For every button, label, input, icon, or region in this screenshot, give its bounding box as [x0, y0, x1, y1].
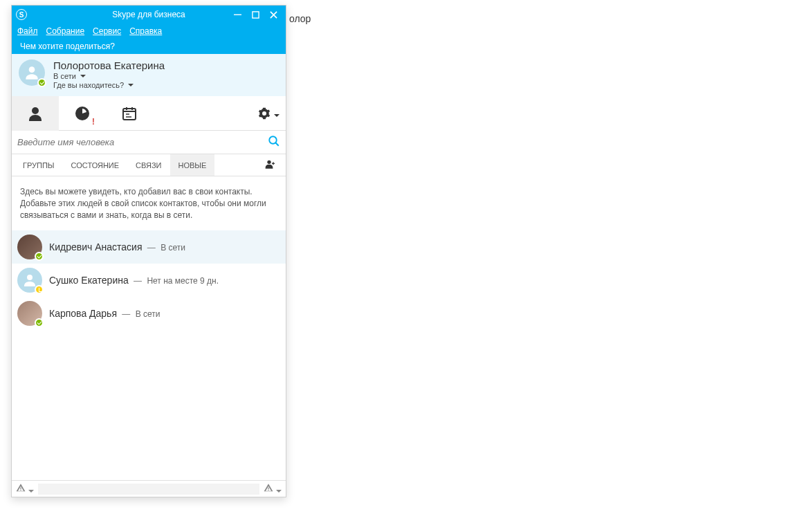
add-contact-button[interactable] — [258, 158, 283, 172]
me-area: Полоротова Екатерина В сети Где вы наход… — [12, 54, 286, 96]
maximize-button[interactable] — [251, 10, 259, 19]
footer-warning-left[interactable] — [16, 483, 34, 495]
contact-avatar — [17, 268, 42, 293]
svg-rect-10 — [20, 489, 21, 490]
share-prompt-bar[interactable]: Чем хотите поделиться? — [12, 39, 286, 54]
contact-name: Сушко Екатерина — [49, 275, 129, 286]
contact-avatar — [17, 301, 42, 326]
svg-point-2 — [29, 66, 35, 73]
contact-status-indicator — [35, 318, 44, 327]
menu-file[interactable]: Файл — [17, 26, 38, 36]
svg-point-7 — [267, 160, 271, 163]
menu-bar: Файл Собрание Сервис Справка — [12, 24, 286, 39]
skype-window: S Skype для бизнеса Файл Собрание Сервис… — [11, 5, 286, 497]
person-icon — [27, 105, 44, 122]
separator: — — [131, 276, 145, 286]
chevron-down-icon — [26, 483, 34, 495]
filter-new[interactable]: НОВЫЕ — [170, 154, 215, 176]
menu-meeting[interactable]: Собрание — [46, 26, 85, 36]
contact-label: Карпова Дарья — В сети — [49, 307, 160, 320]
info-text: Здесь вы можете увидеть, кто добавил вас… — [12, 176, 286, 230]
filter-relations[interactable]: СВЯЗИ — [127, 154, 170, 176]
contact-status-text: Нет на месте 9 дн. — [147, 276, 219, 286]
contact-label: Кидревич Анастасия — В сети — [49, 241, 185, 253]
my-location-dropdown[interactable]: Где вы находитесь? — [53, 81, 165, 89]
separator: — — [120, 309, 133, 319]
tab-contacts[interactable] — [12, 96, 59, 131]
background-fragment: олор — [289, 13, 311, 24]
clock-icon — [74, 105, 91, 122]
search-row — [12, 131, 286, 154]
svg-rect-11 — [268, 487, 268, 489]
filter-row: ГРУППЫ СОСТОЯНИЕ СВЯЗИ НОВЫЕ — [12, 154, 286, 176]
add-person-icon — [265, 158, 276, 169]
chevron-down-icon — [272, 107, 280, 120]
contact-label: Сушко Екатерина — Нет на месте 9 дн. — [49, 274, 219, 286]
minimize-button[interactable] — [233, 10, 241, 19]
my-avatar[interactable] — [19, 59, 45, 86]
contact-row[interactable]: Кидревич Анастасия — В сети — [12, 230, 286, 264]
my-status-dropdown[interactable]: В сети — [53, 72, 165, 80]
contact-status-text: В сети — [136, 309, 161, 319]
svg-rect-9 — [20, 487, 21, 489]
svg-rect-0 — [234, 14, 241, 15]
settings-dropdown[interactable] — [251, 107, 286, 120]
svg-point-6 — [269, 136, 277, 144]
calendar-icon — [121, 105, 138, 122]
close-button[interactable] — [269, 10, 277, 19]
svg-point-3 — [32, 107, 39, 114]
filter-status[interactable]: СОСТОЯНИЕ — [63, 154, 128, 176]
svg-point-8 — [27, 275, 33, 280]
contact-avatar — [17, 235, 42, 259]
my-status-indicator — [37, 78, 46, 87]
contact-status-indicator — [35, 252, 44, 261]
footer-bar — [12, 480, 286, 497]
menu-help[interactable]: Справка — [129, 26, 162, 36]
warning-icon — [264, 483, 273, 495]
footer-spacer — [38, 484, 259, 495]
contact-row[interactable]: Сушко Екатерина — Нет на месте 9 дн. — [12, 264, 286, 297]
contact-name: Кидревич Анастасия — [49, 241, 142, 253]
contact-row[interactable]: Карпова Дарья — В сети — [12, 297, 286, 330]
contact-status-text: В сети — [161, 243, 185, 253]
tab-meetings[interactable] — [106, 96, 153, 131]
svg-rect-1 — [252, 11, 258, 17]
footer-warning-right[interactable] — [264, 483, 282, 495]
contact-name: Карпова Дарья — [49, 308, 117, 319]
contact-list: Кидревич Анастасия — В сетиСушко Екатери… — [12, 230, 286, 480]
tab-conversations[interactable]: ! — [59, 96, 106, 131]
title-bar[interactable]: S Skype для бизнеса — [12, 6, 286, 24]
window-controls — [233, 10, 282, 19]
app-icon: S — [16, 9, 27, 20]
svg-rect-12 — [268, 489, 268, 490]
chevron-down-icon — [274, 483, 282, 495]
gear-icon — [258, 107, 271, 120]
contact-status-indicator — [35, 285, 44, 294]
separator: — — [145, 243, 158, 253]
nav-tabs: ! — [12, 96, 286, 131]
search-icon[interactable] — [268, 135, 280, 150]
my-name[interactable]: Полоротова Екатерина — [53, 59, 165, 71]
menu-tools[interactable]: Сервис — [93, 26, 121, 36]
warning-icon — [16, 483, 26, 495]
alert-icon: ! — [92, 116, 95, 127]
filter-groups[interactable]: ГРУППЫ — [15, 154, 63, 176]
search-input[interactable] — [17, 137, 268, 147]
